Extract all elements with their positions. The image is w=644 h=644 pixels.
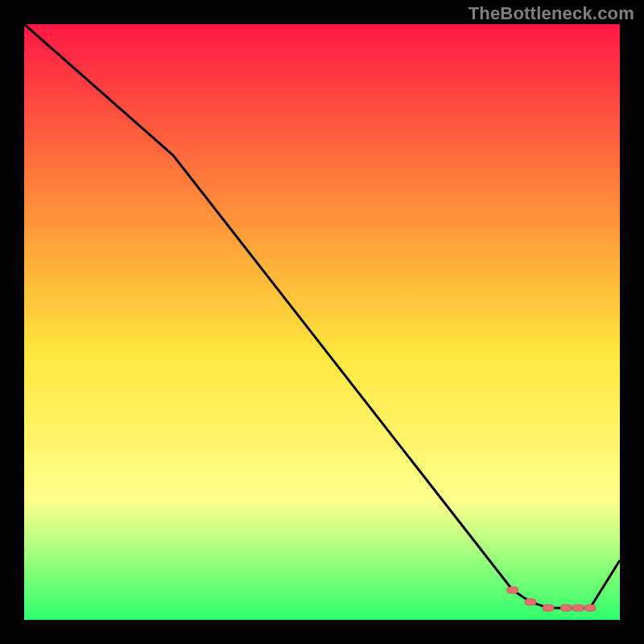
- optimal-marker: [543, 605, 554, 611]
- bottleneck-chart: [24, 24, 620, 620]
- watermark-text: TheBottleneck.com: [469, 3, 634, 24]
- optimal-marker: [525, 599, 536, 605]
- gradient-background: [24, 24, 620, 620]
- optimal-marker: [584, 605, 596, 611]
- optimal-marker: [572, 605, 584, 611]
- chart-frame: TheBottleneck.com: [0, 0, 644, 644]
- optimal-marker: [507, 587, 518, 593]
- optimal-marker: [560, 605, 572, 611]
